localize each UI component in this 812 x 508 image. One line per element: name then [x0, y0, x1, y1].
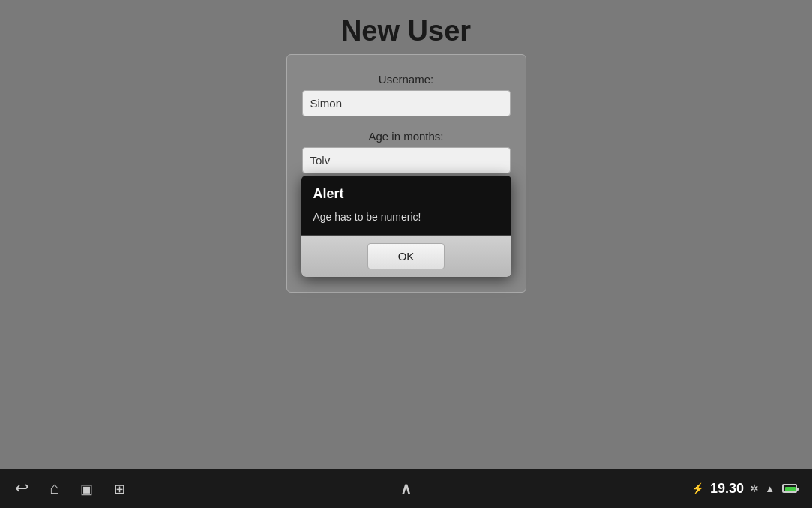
- dialog-buttons: OK: [301, 236, 511, 277]
- alert-dialog: Alert Age has to be numeric! OK: [301, 176, 511, 277]
- dialog-title: Alert: [301, 176, 511, 208]
- dialog-overlay: Alert Age has to be numeric! OK: [0, 0, 812, 508]
- dialog-ok-button[interactable]: OK: [367, 243, 445, 269]
- dialog-message: Age has to be numeric!: [301, 208, 511, 235]
